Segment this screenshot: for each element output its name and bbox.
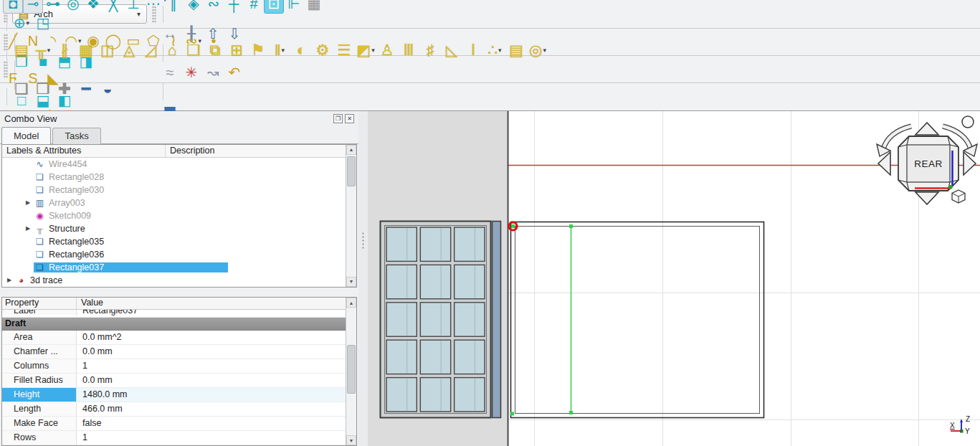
scroll-down-icon[interactable]: ▼ [346, 435, 356, 445]
tree-item-rectangle036[interactable]: ❏Rectangle036 [2, 248, 346, 261]
chevron-down-icon[interactable]: ▾ [543, 47, 546, 54]
property-row-rows[interactable]: Rows1 [2, 431, 346, 445]
3d-viewport[interactable]: REAR Z [368, 111, 980, 446]
draft-bspline-icon[interactable]: ≀ [163, 31, 184, 51]
snap-parallel-icon[interactable]: ∥ [163, 0, 184, 14]
arch-equipment-icon[interactable]: ♙ [376, 39, 398, 61]
arch-material-icon[interactable]: ∴▾ [484, 39, 505, 61]
panel-close-button[interactable]: ✕ [345, 114, 354, 123]
tree-item-rectangle037[interactable]: ❏Rectangle037 [2, 261, 346, 274]
draft-polygon-icon[interactable]: ⬠ [143, 31, 163, 51]
property-row-fillet-radius[interactable]: Fillet Radius0.0 mm [2, 374, 346, 388]
grid-toggle-icon[interactable]: ▦ [304, 0, 324, 14]
expand-arrow-icon[interactable]: ▶ [22, 199, 34, 206]
tab-tasks[interactable]: Tasks [52, 128, 100, 144]
scroll-up-icon[interactable]: ▲ [346, 145, 356, 155]
arch-site-icon[interactable]: ⚙ [312, 39, 333, 61]
tree-item-array003[interactable]: ▶▥Array003 [2, 196, 346, 209]
draft-line-icon[interactable]: ╱ [3, 31, 23, 51]
snap-perpendicular-icon[interactable]: ⊥ [123, 0, 143, 14]
draft-facebinder-icon[interactable]: Ϝ [3, 68, 23, 88]
tree-item-rectangle035[interactable]: ❏Rectangle035 [2, 235, 346, 248]
expand-arrow-icon[interactable]: ▶ [4, 277, 15, 283]
property-value[interactable]: 1 [77, 431, 346, 445]
arch-remove-component-icon[interactable]: ━ [75, 78, 97, 100]
draft-wire-to-bspline-icon[interactable]: ≈ [159, 62, 181, 83]
draft-bezier-icon[interactable]: ∾▾ [184, 31, 204, 51]
snap-endpoint-icon[interactable]: ⊸ [23, 0, 43, 14]
arch-axis-system-icon[interactable]: ◐ [290, 39, 312, 61]
tab-model[interactable]: Model [1, 127, 51, 144]
snap-near-icon[interactable]: ∾ [204, 0, 224, 14]
chevron-down-icon[interactable]: ▾ [199, 37, 202, 44]
property-row-clipped[interactable]: Label Rectangle037 [2, 310, 346, 318]
property-row-area[interactable]: Area0.0 mm^2 [2, 331, 346, 345]
nav-cube-face-label[interactable]: REAR [914, 158, 943, 169]
arch-panel-icon[interactable]: ◩▾ [355, 39, 376, 61]
scrollbar-thumb[interactable] [347, 156, 356, 186]
window-object[interactable] [381, 222, 501, 418]
draft-hatch-icon[interactable]: ◣ [43, 68, 63, 88]
arch-tag-icon[interactable]: ⚑ [247, 39, 269, 61]
scrollbar-thumb[interactable] [347, 345, 356, 394]
draft-add-point-icon[interactable]: ✳ [181, 62, 202, 83]
chevron-down-icon[interactable]: ▾ [371, 47, 375, 54]
draft-arc-icon[interactable]: ◠▾ [63, 31, 83, 51]
tree-item-3d-trace[interactable]: ▶◕3d trace [2, 274, 346, 287]
arch-schedule-icon[interactable]: ▤ [505, 39, 527, 61]
property-value[interactable]: 0.0 mm^2 [77, 331, 346, 344]
draft-shapestring-icon[interactable]: S [23, 68, 43, 88]
draft-point-icon[interactable]: • [204, 31, 224, 51]
snap-grid-icon[interactable]: # [244, 0, 264, 14]
property-value[interactable]: 1 [77, 359, 346, 373]
scroll-up-icon[interactable]: ▲ [346, 298, 356, 308]
property-value[interactable]: false [77, 417, 346, 430]
arch-window-grid-icon[interactable]: ⊞ [226, 39, 247, 61]
draft-to-sketch-icon[interactable]: ↝ [202, 62, 224, 83]
arch-truss-icon[interactable]: ◺ [441, 39, 462, 61]
tree-item-sketch009[interactable]: ◉Sketch009 [2, 209, 346, 222]
tree-item-rectangle028[interactable]: ❏Rectangle028 [2, 171, 346, 184]
property-value[interactable]: 466.0 mm [77, 402, 346, 416]
scroll-down-icon[interactable]: ▼ [346, 277, 356, 287]
draft-polyline-icon[interactable]: N [23, 31, 43, 51]
snap-dimensions-icon[interactable]: ⊩ [284, 0, 304, 14]
snap-ortho-icon[interactable]: ┼ [224, 0, 244, 14]
property-value[interactable]: 1480.0 mm [77, 388, 346, 402]
tree-item-wire4454[interactable]: ∿Wire4454 [2, 158, 346, 171]
snap-extension-icon[interactable]: ⋯ [143, 0, 163, 14]
chevron-down-icon[interactable]: ▾ [498, 47, 502, 54]
nav-sphere-toggle[interactable] [962, 116, 974, 128]
snap-working-plane-icon[interactable]: ⊡ [264, 0, 284, 14]
arch-grid-icon[interactable]: Ⅲ [398, 39, 419, 61]
tree-item-rectangle030[interactable]: ❏Rectangle030 [2, 184, 346, 196]
property-row-height[interactable]: Height1480.0 mm [2, 388, 346, 402]
chevron-down-icon[interactable]: ▾ [282, 47, 285, 54]
arch-stairs-icon[interactable]: ☰ [333, 39, 355, 61]
panel-float-button[interactable]: ❐ [333, 114, 343, 123]
arch-axis-icon[interactable]: ‖▾ [269, 39, 290, 61]
expand-arrow-icon[interactable]: ▶ [22, 225, 34, 232]
snap-midpoint-icon[interactable]: ⊶ [43, 0, 63, 14]
panel-splitter[interactable] [358, 111, 368, 446]
tree-item-structure[interactable]: ▶╥Structure [2, 222, 346, 235]
tree-scrollbar[interactable]: ▲ ▼ [346, 145, 356, 287]
snap-intersection-icon[interactable]: ╳ [103, 0, 123, 14]
arch-profile-icon[interactable]: Ⅰ [462, 39, 484, 61]
snap-lock-toggle-icon[interactable]: ◘ [3, 0, 23, 14]
property-row-columns[interactable]: Columns1 [2, 359, 346, 374]
draft-fillet-icon[interactable]: ◝ [43, 31, 63, 51]
mini-cube-icon[interactable] [952, 190, 965, 203]
property-value[interactable]: 0.0 mm [77, 345, 346, 359]
property-row-chamfer[interactable]: Chamfer ...0.0 mm [2, 345, 346, 359]
draft-circle-icon[interactable]: ◉ [83, 31, 103, 51]
property-scrollbar[interactable]: ▲ ▼ [346, 298, 356, 445]
arch-fence-icon[interactable]: ♯ [419, 39, 441, 61]
snap-angle-icon[interactable]: ❖ [83, 0, 103, 14]
chevron-down-icon[interactable]: ▾ [27, 19, 30, 27]
property-row-length[interactable]: Length466.0 mm [2, 402, 346, 417]
snap-special-icon[interactable]: ◈ [184, 0, 204, 14]
property-group-draft[interactable]: Draft [2, 318, 346, 331]
draft-rectangle-icon[interactable]: ▭ [123, 31, 143, 51]
chevron-down-icon[interactable]: ▾ [78, 37, 82, 44]
